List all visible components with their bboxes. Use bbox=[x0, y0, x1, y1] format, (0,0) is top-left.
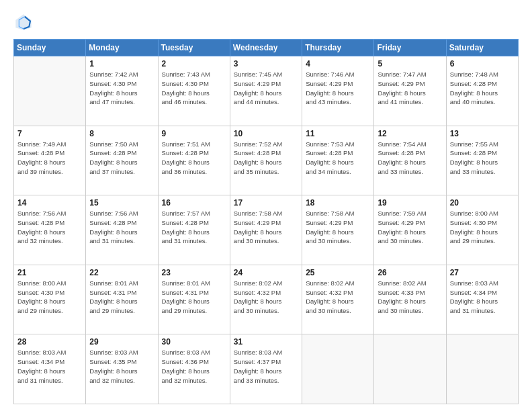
calendar-cell bbox=[302, 334, 374, 404]
calendar-cell: 21Sunrise: 8:00 AM Sunset: 4:30 PM Dayli… bbox=[14, 265, 86, 334]
calendar-cell: 12Sunrise: 7:54 AM Sunset: 4:28 PM Dayli… bbox=[374, 126, 446, 195]
calendar-cell: 7Sunrise: 7:49 AM Sunset: 4:28 PM Daylig… bbox=[14, 126, 86, 195]
day-number: 11 bbox=[306, 129, 370, 138]
day-number: 4 bbox=[306, 59, 370, 68]
day-number: 17 bbox=[234, 198, 298, 208]
calendar-cell: 10Sunrise: 7:52 AM Sunset: 4:28 PM Dayli… bbox=[230, 126, 302, 195]
day-info: Sunrise: 8:03 AM Sunset: 4:36 PM Dayligh… bbox=[162, 348, 226, 385]
calendar-cell: 22Sunrise: 8:01 AM Sunset: 4:31 PM Dayli… bbox=[86, 265, 158, 334]
day-number: 9 bbox=[162, 129, 226, 138]
calendar-cell: 2Sunrise: 7:43 AM Sunset: 4:30 PM Daylig… bbox=[158, 56, 230, 126]
calendar-header-saturday: Saturday bbox=[446, 40, 518, 56]
calendar-cell: 11Sunrise: 7:53 AM Sunset: 4:28 PM Dayli… bbox=[302, 126, 374, 195]
calendar-cell: 19Sunrise: 7:59 AM Sunset: 4:29 PM Dayli… bbox=[374, 195, 446, 265]
day-info: Sunrise: 8:03 AM Sunset: 4:37 PM Dayligh… bbox=[234, 348, 298, 385]
day-info: Sunrise: 7:46 AM Sunset: 4:29 PM Dayligh… bbox=[306, 70, 370, 107]
calendar-cell: 16Sunrise: 7:57 AM Sunset: 4:28 PM Dayli… bbox=[158, 195, 230, 265]
day-info: Sunrise: 7:50 AM Sunset: 4:28 PM Dayligh… bbox=[89, 140, 154, 177]
calendar: SundayMondayTuesdayWednesdayThursdayFrid… bbox=[13, 39, 519, 404]
day-number: 28 bbox=[17, 337, 82, 347]
calendar-cell bbox=[374, 334, 446, 404]
day-number: 25 bbox=[306, 268, 370, 277]
day-info: Sunrise: 8:03 AM Sunset: 4:34 PM Dayligh… bbox=[450, 279, 515, 316]
day-info: Sunrise: 8:02 AM Sunset: 4:32 PM Dayligh… bbox=[306, 279, 370, 316]
calendar-cell: 29Sunrise: 8:03 AM Sunset: 4:35 PM Dayli… bbox=[86, 334, 158, 404]
calendar-cell: 5Sunrise: 7:47 AM Sunset: 4:29 PM Daylig… bbox=[374, 56, 446, 126]
calendar-cell: 13Sunrise: 7:55 AM Sunset: 4:28 PM Dayli… bbox=[446, 126, 518, 195]
day-number: 7 bbox=[17, 129, 82, 138]
calendar-cell: 20Sunrise: 8:00 AM Sunset: 4:30 PM Dayli… bbox=[446, 195, 518, 265]
day-info: Sunrise: 8:00 AM Sunset: 4:30 PM Dayligh… bbox=[450, 209, 515, 246]
day-number: 21 bbox=[17, 268, 82, 277]
day-info: Sunrise: 7:58 AM Sunset: 4:29 PM Dayligh… bbox=[306, 209, 370, 246]
calendar-header-wednesday: Wednesday bbox=[230, 40, 302, 56]
day-info: Sunrise: 7:56 AM Sunset: 4:28 PM Dayligh… bbox=[17, 209, 82, 246]
day-info: Sunrise: 8:03 AM Sunset: 4:35 PM Dayligh… bbox=[89, 348, 154, 385]
day-number: 14 bbox=[17, 198, 82, 208]
page: SundayMondayTuesdayWednesdayThursdayFrid… bbox=[0, 0, 532, 411]
day-info: Sunrise: 7:48 AM Sunset: 4:28 PM Dayligh… bbox=[450, 70, 515, 107]
calendar-cell: 23Sunrise: 8:01 AM Sunset: 4:31 PM Dayli… bbox=[158, 265, 230, 334]
day-info: Sunrise: 8:02 AM Sunset: 4:32 PM Dayligh… bbox=[234, 279, 298, 316]
day-info: Sunrise: 7:49 AM Sunset: 4:28 PM Dayligh… bbox=[17, 140, 82, 177]
calendar-cell: 28Sunrise: 8:03 AM Sunset: 4:34 PM Dayli… bbox=[14, 334, 86, 404]
calendar-cell: 3Sunrise: 7:45 AM Sunset: 4:29 PM Daylig… bbox=[230, 56, 302, 126]
day-info: Sunrise: 7:43 AM Sunset: 4:30 PM Dayligh… bbox=[162, 70, 226, 107]
calendar-header-sunday: Sunday bbox=[14, 40, 86, 56]
day-number: 22 bbox=[89, 268, 154, 277]
day-number: 19 bbox=[378, 198, 442, 208]
day-number: 30 bbox=[162, 337, 226, 347]
day-number: 1 bbox=[89, 59, 154, 68]
day-info: Sunrise: 7:54 AM Sunset: 4:28 PM Dayligh… bbox=[378, 140, 442, 177]
day-number: 10 bbox=[234, 129, 298, 138]
day-number: 20 bbox=[450, 198, 515, 208]
day-info: Sunrise: 7:59 AM Sunset: 4:29 PM Dayligh… bbox=[378, 209, 442, 246]
day-number: 12 bbox=[378, 129, 442, 138]
day-number: 6 bbox=[450, 59, 515, 68]
calendar-cell: 31Sunrise: 8:03 AM Sunset: 4:37 PM Dayli… bbox=[230, 334, 302, 404]
logo-icon bbox=[13, 12, 34, 32]
day-number: 13 bbox=[450, 129, 515, 138]
header bbox=[13, 12, 519, 32]
day-number: 31 bbox=[234, 337, 298, 347]
calendar-cell: 26Sunrise: 8:02 AM Sunset: 4:33 PM Dayli… bbox=[374, 265, 446, 334]
day-info: Sunrise: 7:53 AM Sunset: 4:28 PM Dayligh… bbox=[306, 140, 370, 177]
day-info: Sunrise: 8:01 AM Sunset: 4:31 PM Dayligh… bbox=[89, 279, 154, 316]
calendar-cell: 30Sunrise: 8:03 AM Sunset: 4:36 PM Dayli… bbox=[158, 334, 230, 404]
day-info: Sunrise: 7:55 AM Sunset: 4:28 PM Dayligh… bbox=[450, 140, 515, 177]
day-info: Sunrise: 8:00 AM Sunset: 4:30 PM Dayligh… bbox=[17, 279, 82, 316]
calendar-week-row: 1Sunrise: 7:42 AM Sunset: 4:30 PM Daylig… bbox=[14, 56, 519, 126]
calendar-cell: 14Sunrise: 7:56 AM Sunset: 4:28 PM Dayli… bbox=[14, 195, 86, 265]
calendar-cell: 25Sunrise: 8:02 AM Sunset: 4:32 PM Dayli… bbox=[302, 265, 374, 334]
day-info: Sunrise: 8:01 AM Sunset: 4:31 PM Dayligh… bbox=[162, 279, 226, 316]
calendar-header-row: SundayMondayTuesdayWednesdayThursdayFrid… bbox=[14, 40, 519, 56]
day-number: 27 bbox=[450, 268, 515, 277]
calendar-cell: 15Sunrise: 7:56 AM Sunset: 4:28 PM Dayli… bbox=[86, 195, 158, 265]
calendar-header-monday: Monday bbox=[86, 40, 158, 56]
day-number: 8 bbox=[89, 129, 154, 138]
calendar-cell: 18Sunrise: 7:58 AM Sunset: 4:29 PM Dayli… bbox=[302, 195, 374, 265]
day-info: Sunrise: 8:02 AM Sunset: 4:33 PM Dayligh… bbox=[378, 279, 442, 316]
day-info: Sunrise: 7:56 AM Sunset: 4:28 PM Dayligh… bbox=[89, 209, 154, 246]
svg-marker-0 bbox=[15, 14, 31, 30]
calendar-week-row: 14Sunrise: 7:56 AM Sunset: 4:28 PM Dayli… bbox=[14, 195, 519, 265]
day-info: Sunrise: 7:47 AM Sunset: 4:29 PM Dayligh… bbox=[378, 70, 442, 107]
day-info: Sunrise: 7:51 AM Sunset: 4:28 PM Dayligh… bbox=[162, 140, 226, 177]
day-info: Sunrise: 7:42 AM Sunset: 4:30 PM Dayligh… bbox=[89, 70, 154, 107]
calendar-cell bbox=[14, 56, 86, 126]
day-number: 24 bbox=[234, 268, 298, 277]
calendar-cell: 24Sunrise: 8:02 AM Sunset: 4:32 PM Dayli… bbox=[230, 265, 302, 334]
calendar-cell: 17Sunrise: 7:58 AM Sunset: 4:29 PM Dayli… bbox=[230, 195, 302, 265]
calendar-cell: 1Sunrise: 7:42 AM Sunset: 4:30 PM Daylig… bbox=[86, 56, 158, 126]
day-number: 15 bbox=[89, 198, 154, 208]
day-number: 23 bbox=[162, 268, 226, 277]
day-info: Sunrise: 7:52 AM Sunset: 4:28 PM Dayligh… bbox=[234, 140, 298, 177]
day-number: 29 bbox=[89, 337, 154, 347]
day-info: Sunrise: 7:58 AM Sunset: 4:29 PM Dayligh… bbox=[234, 209, 298, 246]
calendar-week-row: 7Sunrise: 7:49 AM Sunset: 4:28 PM Daylig… bbox=[14, 126, 519, 195]
calendar-header-friday: Friday bbox=[374, 40, 446, 56]
calendar-cell: 9Sunrise: 7:51 AM Sunset: 4:28 PM Daylig… bbox=[158, 126, 230, 195]
calendar-cell: 27Sunrise: 8:03 AM Sunset: 4:34 PM Dayli… bbox=[446, 265, 518, 334]
calendar-header-tuesday: Tuesday bbox=[158, 40, 230, 56]
calendar-cell: 6Sunrise: 7:48 AM Sunset: 4:28 PM Daylig… bbox=[446, 56, 518, 126]
